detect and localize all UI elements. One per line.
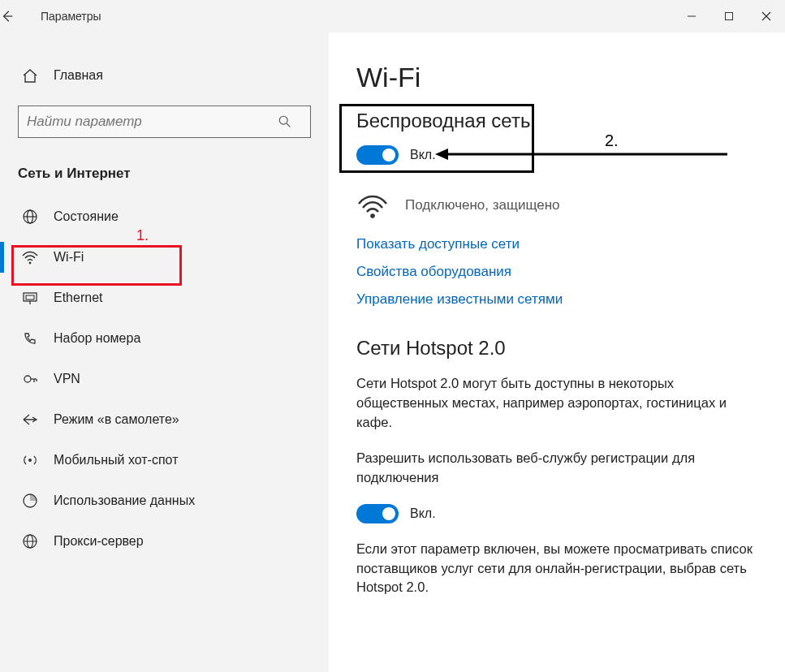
hotspot2-toggle[interactable] [356, 504, 399, 523]
svg-line-6 [287, 123, 290, 127]
sidebar-category: Сеть и Интернет [0, 156, 329, 196]
hotspot2-toggle-label: Вкл. [410, 506, 436, 521]
link-hardware-props[interactable]: Свойства оборудования [356, 264, 753, 280]
vpn-icon [21, 370, 39, 388]
svg-rect-2 [726, 13, 733, 20]
sidebar-item-data-usage[interactable]: Использование данных [0, 480, 329, 521]
section-wireless-heading: Беспроводная сеть [356, 110, 753, 132]
sidebar-item-dialup[interactable]: Набор номера [0, 318, 329, 359]
sidebar: Главная Сеть и Интернет Состояние [0, 32, 329, 672]
section-hotspot2-heading: Сети Hotspot 2.0 [356, 337, 753, 360]
connection-status-row: Подключено, защищено [356, 189, 753, 222]
svg-point-23 [370, 213, 375, 218]
connection-status-text: Подключено, защищено [405, 197, 560, 213]
wireless-toggle-row: Вкл. [356, 145, 753, 165]
hotspot2-allow-label: Разрешить использовать веб-службу регист… [356, 449, 753, 488]
sidebar-item-label: Режим «в самолете» [54, 412, 179, 427]
globe-status-icon [21, 208, 39, 226]
minimize-button[interactable] [673, 0, 710, 32]
sidebar-item-label: VPN [54, 372, 80, 386]
airplane-icon [21, 411, 39, 429]
search-input[interactable] [19, 114, 278, 130]
sidebar-item-proxy[interactable]: Прокси-сервер [0, 521, 329, 562]
sidebar-item-hotspot[interactable]: Мобильный хот-спот [0, 440, 329, 480]
wifi-icon [21, 248, 39, 266]
sidebar-home[interactable]: Главная [0, 58, 329, 93]
window-title: Параметры [41, 10, 101, 23]
svg-point-5 [279, 116, 287, 124]
data-usage-icon [21, 492, 39, 510]
titlebar: Параметры [0, 0, 785, 32]
sidebar-item-label: Набор номера [54, 331, 140, 346]
sidebar-item-label: Мобильный хот-спот [54, 453, 178, 467]
ethernet-icon [21, 289, 39, 307]
home-icon [21, 67, 39, 84]
content: Wi-Fi Беспроводная сеть Вкл. Подключено,… [329, 32, 785, 672]
sidebar-item-vpn[interactable]: VPN [0, 359, 329, 399]
search-input-wrap[interactable] [18, 106, 311, 138]
link-manage-known[interactable]: Управление известными сетями [356, 291, 753, 308]
back-button[interactable] [0, 9, 41, 24]
hotspot2-toggle-row: Вкл. [356, 504, 753, 523]
sidebar-item-airplane[interactable]: Режим «в самолете» [0, 399, 329, 440]
sidebar-item-label: Прокси-сервер [54, 534, 144, 549]
svg-point-10 [29, 262, 32, 265]
hotspot-icon [21, 451, 39, 469]
sidebar-nav: Состояние Wi-Fi Ethernet Набор номера [0, 196, 329, 562]
sidebar-item-label: Wi-Fi [54, 250, 84, 265]
sidebar-item-wifi[interactable]: Wi-Fi [0, 237, 329, 278]
sidebar-item-status[interactable]: Состояние [0, 196, 329, 237]
sidebar-item-label: Использование данных [54, 493, 195, 508]
search-icon [278, 114, 310, 129]
sidebar-item-ethernet[interactable]: Ethernet [0, 278, 329, 318]
hotspot2-desc1: Сети Hotspot 2.0 могут быть доступны в н… [356, 374, 753, 433]
sidebar-item-label: Состояние [54, 209, 119, 224]
maximize-button[interactable] [710, 0, 748, 32]
hotspot2-desc2: Если этот параметр включен, вы можете пр… [356, 540, 753, 598]
dialup-icon [21, 330, 39, 347]
wifi-signal-icon [356, 189, 389, 222]
svg-rect-12 [26, 295, 34, 299]
proxy-icon [21, 532, 39, 550]
svg-point-18 [28, 459, 32, 462]
link-show-networks[interactable]: Показать доступные сети [356, 236, 753, 252]
wireless-toggle-label: Вкл. [410, 148, 436, 162]
sidebar-home-label: Главная [54, 68, 103, 83]
close-button[interactable] [748, 0, 785, 32]
page-title: Wi-Fi [356, 62, 753, 93]
svg-point-14 [24, 376, 31, 382]
sidebar-item-label: Ethernet [54, 291, 102, 305]
wireless-toggle[interactable] [356, 145, 399, 165]
